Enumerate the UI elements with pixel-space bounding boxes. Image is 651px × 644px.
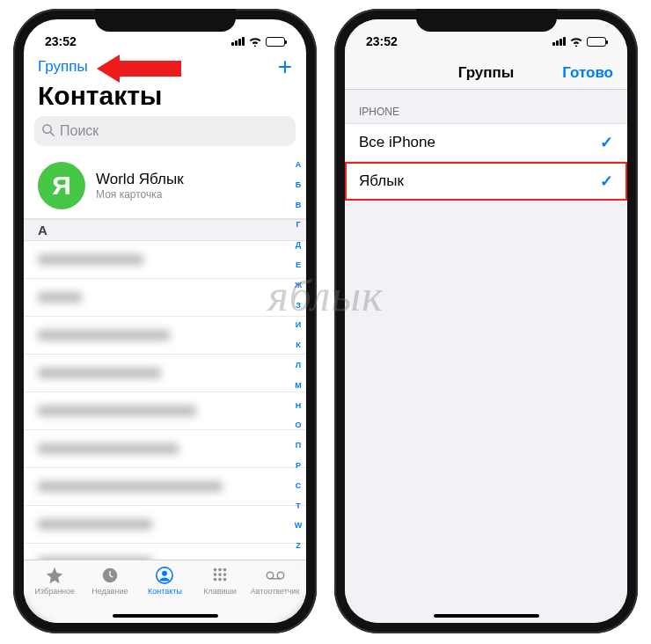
index-strip[interactable]: АБВГДЕЖЗИКЛМНОПРСТWZ# (292, 160, 304, 570)
search-input[interactable]: Поиск (34, 116, 296, 146)
contact-row[interactable] (24, 241, 306, 279)
svg-point-13 (223, 578, 227, 582)
index-letter[interactable]: Г (296, 220, 300, 229)
contact-row[interactable] (24, 544, 306, 560)
cellular-icon (231, 37, 245, 46)
search-placeholder: Поиск (60, 123, 99, 139)
contact-icon (154, 566, 175, 585)
keypad-icon (209, 566, 230, 585)
screen-groups: 23:52 Группы Готово IPHONE Все iPhone✓Яб… (345, 19, 627, 623)
group-row[interactable]: Яблык✓ (345, 162, 627, 201)
checkmark-icon: ✓ (600, 133, 613, 152)
groups-button[interactable]: Группы (38, 58, 88, 76)
index-letter[interactable]: О (295, 421, 301, 429)
section-label-iphone: IPHONE (345, 90, 627, 123)
me-subtitle: Моя карточка (96, 188, 184, 201)
battery-icon (266, 37, 285, 47)
me-name: World Яблык (96, 171, 184, 188)
phone-left: 23:52 Группы + Контакты Поиск Я (13, 9, 317, 633)
index-letter[interactable]: Л (296, 361, 301, 370)
done-button[interactable]: Готово (562, 64, 613, 82)
home-indicator[interactable] (434, 614, 539, 618)
voicemail-icon (265, 566, 286, 585)
svg-point-11 (214, 578, 217, 582)
index-letter[interactable]: Е (296, 260, 301, 269)
index-letter[interactable]: С (296, 481, 302, 490)
svg-point-6 (218, 568, 222, 572)
page-title: Контакты (24, 77, 306, 116)
index-letter[interactable]: Ж (295, 281, 302, 289)
group-label: Яблык (359, 172, 404, 190)
index-letter[interactable]: Б (296, 180, 301, 189)
svg-point-4 (163, 571, 168, 576)
clock-icon (99, 566, 121, 585)
contact-row[interactable] (24, 468, 306, 506)
status-time: 23:52 (366, 34, 398, 48)
contact-row[interactable] (24, 392, 306, 430)
index-letter[interactable]: И (296, 320, 301, 329)
contact-row[interactable] (24, 430, 306, 468)
tab-recents[interactable]: Недавние (84, 566, 136, 607)
svg-point-7 (223, 568, 227, 572)
nav-bar: Группы Готово (345, 55, 627, 90)
index-letter[interactable]: В (296, 201, 302, 209)
section-header-a: A (24, 219, 306, 241)
index-letter[interactable]: М (295, 381, 302, 390)
battery-icon (587, 37, 606, 47)
contact-row[interactable] (24, 279, 306, 317)
svg-point-15 (277, 572, 284, 579)
cellular-icon (552, 37, 566, 46)
notch (416, 9, 557, 32)
contact-row[interactable] (24, 355, 306, 392)
search-icon (41, 123, 55, 140)
group-list: IPHONE Все iPhone✓Яблык✓ (345, 90, 627, 623)
status-icons (552, 36, 606, 47)
contact-row[interactable] (24, 506, 306, 544)
status-time: 23:52 (45, 34, 77, 48)
index-letter[interactable]: Д (296, 240, 301, 249)
svg-point-14 (267, 572, 274, 579)
notch (95, 9, 236, 32)
index-letter[interactable]: Z (296, 541, 301, 550)
tab-voicemail[interactable]: Автоответчик (249, 566, 302, 607)
wifi-icon (248, 36, 262, 47)
tab-contacts[interactable]: Контакты (138, 566, 191, 607)
index-letter[interactable]: Р (296, 461, 301, 470)
contact-row[interactable] (24, 317, 306, 355)
index-letter[interactable]: А (296, 160, 302, 169)
checkmark-icon: ✓ (600, 172, 613, 191)
svg-point-9 (218, 573, 222, 576)
tab-keypad[interactable]: Клавиши (194, 566, 246, 607)
home-indicator[interactable] (113, 614, 218, 618)
avatar: Я (38, 162, 85, 209)
screen-contacts: 23:52 Группы + Контакты Поиск Я (24, 19, 306, 623)
contacts-list[interactable] (24, 241, 306, 560)
svg-line-1 (50, 132, 54, 135)
svg-point-10 (223, 573, 227, 576)
tab-favorites[interactable]: Избранное (28, 566, 81, 607)
add-button[interactable]: + (278, 58, 292, 76)
svg-point-8 (214, 573, 217, 576)
index-letter[interactable]: Н (296, 401, 302, 410)
index-letter[interactable]: П (296, 441, 301, 450)
star-icon (44, 566, 65, 585)
group-row[interactable]: Все iPhone✓ (345, 123, 627, 162)
me-card[interactable]: Я World Яблык Моя карточка (24, 153, 306, 219)
index-letter[interactable]: З (296, 301, 301, 310)
svg-point-5 (214, 568, 217, 572)
index-letter[interactable]: W (295, 521, 303, 530)
index-letter[interactable]: К (296, 340, 301, 349)
status-icons (231, 36, 285, 47)
wifi-icon (569, 36, 583, 47)
group-label: Все iPhone (359, 134, 435, 151)
index-letter[interactable]: Т (296, 501, 301, 510)
phone-right: 23:52 Группы Готово IPHONE Все iPhone✓Яб… (334, 9, 638, 633)
svg-point-12 (218, 578, 222, 582)
annotation-arrow (97, 55, 181, 83)
